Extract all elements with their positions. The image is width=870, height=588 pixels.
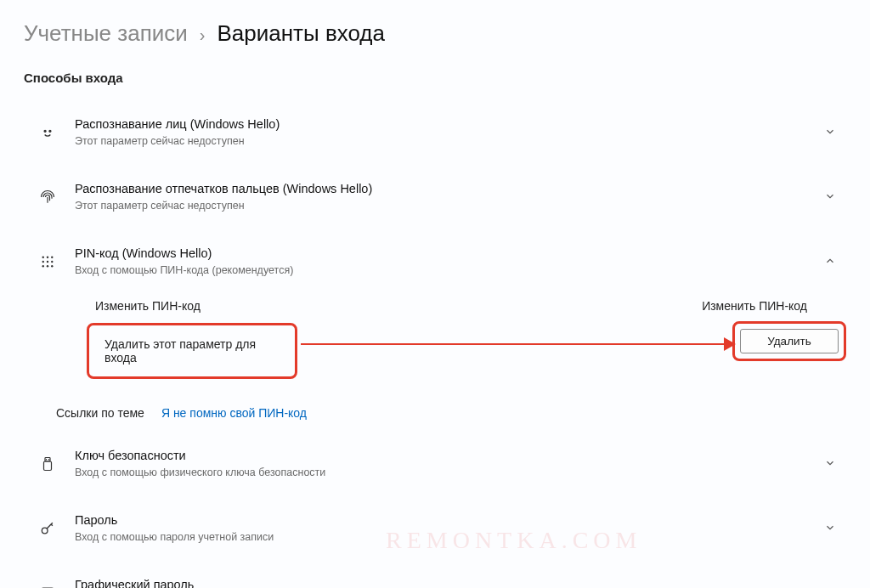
option-subtitle: Этот параметр сейчас недоступен	[75, 133, 824, 150]
option-title: Ключ безопасности	[75, 447, 824, 464]
usb-key-icon	[36, 455, 59, 472]
change-pin-label: Изменить ПИН-код	[71, 299, 201, 313]
fingerprint-icon	[36, 189, 59, 206]
svg-point-2	[42, 257, 44, 258]
key-icon	[36, 520, 59, 537]
forgot-pin-link[interactable]: Я не помню свой ПИН-код	[161, 406, 307, 420]
svg-point-1	[49, 130, 51, 132]
breadcrumb-separator: ›	[200, 25, 206, 45]
svg-point-5	[42, 261, 44, 263]
svg-point-15	[42, 528, 48, 534]
chevron-down-icon	[824, 457, 838, 471]
svg-point-3	[47, 257, 48, 258]
related-links-label: Ссылки по теме	[56, 406, 144, 420]
svg-rect-12	[44, 461, 52, 471]
svg-point-0	[44, 130, 46, 132]
breadcrumb-parent[interactable]: Учетные записи	[24, 20, 188, 47]
svg-point-7	[51, 261, 53, 263]
option-title: Пароль	[75, 512, 824, 529]
chevron-down-icon	[824, 522, 838, 535]
remove-pin-label: Удалить этот параметр для входа	[105, 337, 256, 365]
remove-button-highlight: Удалить	[732, 321, 846, 361]
svg-point-8	[42, 265, 44, 267]
section-title: Способы входа	[24, 71, 846, 85]
option-title: Графический пароль	[75, 576, 824, 588]
remove-pin-highlight: Удалить этот параметр для входа	[87, 323, 297, 379]
option-fingerprint[interactable]: Распознавание отпечатков пальцев (Window…	[24, 168, 846, 226]
annotation-arrow	[301, 343, 729, 345]
option-title: Распознавание лиц (Windows Hello)	[75, 116, 824, 133]
option-picture-password[interactable]: Графический пароль Проведите пальцем и к…	[24, 564, 846, 588]
option-security-key[interactable]: Ключ безопасности Вход с помощью физичес…	[24, 435, 846, 493]
option-subtitle: Вход с помощью ПИН-кода (рекомендуется)	[75, 263, 824, 279]
remove-button[interactable]: Удалить	[740, 329, 839, 353]
option-face-recognition[interactable]: Распознавание лиц (Windows Hello) Этот п…	[24, 104, 846, 161]
option-title: PIN-код (Windows Hello)	[75, 245, 824, 262]
option-pin[interactable]: PIN-код (Windows Hello) Вход с помощью П…	[24, 233, 846, 291]
option-subtitle: Вход с помощью пароля учетной записи	[75, 529, 824, 546]
option-subtitle: Этот параметр сейчас недоступен	[75, 198, 824, 214]
pin-pad-icon	[36, 254, 59, 269]
change-pin-action: Изменить ПИН-код	[702, 299, 846, 313]
pin-expanded-panel: Изменить ПИН-код Изменить ПИН-код Удалит…	[24, 291, 846, 420]
svg-point-4	[51, 257, 53, 258]
chevron-down-icon	[824, 126, 838, 139]
breadcrumb: Учетные записи › Варианты входа	[24, 20, 846, 47]
svg-point-9	[47, 265, 48, 267]
chevron-down-icon	[824, 190, 838, 204]
breadcrumb-current: Варианты входа	[217, 20, 384, 47]
svg-point-10	[51, 265, 53, 267]
chevron-up-icon	[824, 255, 838, 269]
option-password[interactable]: Пароль Вход с помощью пароля учетной зап…	[24, 500, 846, 557]
option-title: Распознавание отпечатков пальцев (Window…	[75, 180, 824, 197]
option-subtitle: Вход с помощью физического ключа безопас…	[75, 465, 824, 481]
svg-point-6	[47, 261, 48, 263]
face-icon	[36, 124, 59, 141]
